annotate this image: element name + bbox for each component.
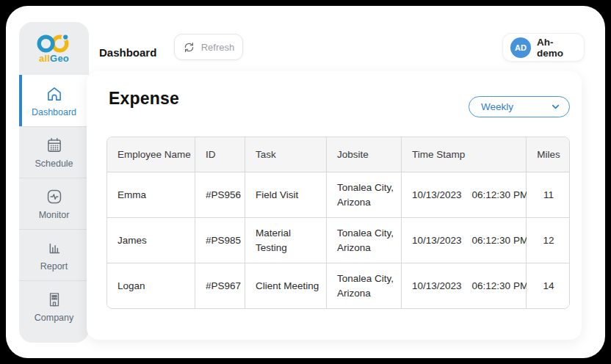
expense-title: Expense bbox=[109, 89, 179, 109]
cell-time: 06:12:30 PM bbox=[472, 279, 529, 294]
cell-time-stamp: 10/13/2023 06:12:30 PM bbox=[402, 263, 527, 308]
page-title: Dashboard bbox=[99, 39, 156, 65]
sidebar-item-label: Report bbox=[40, 261, 68, 272]
cell-date: 10/13/2023 bbox=[412, 188, 462, 203]
expense-table: Employee Name ID Task Jobsite Time Stamp… bbox=[106, 136, 570, 309]
column-header-jobsite: Jobsite bbox=[327, 137, 402, 172]
cell-task: Client Meeting bbox=[245, 263, 327, 308]
column-header-time-stamp: Time Stamp bbox=[402, 137, 527, 172]
expense-card: Expense Weekly Employee Name ID Task Job… bbox=[87, 71, 582, 340]
building-icon bbox=[45, 290, 64, 309]
cell-employee-name: Logan bbox=[107, 263, 195, 308]
cell-id: #PS985 bbox=[195, 217, 245, 263]
cell-employee-name: James bbox=[107, 217, 195, 263]
cell-task: Material Testing bbox=[245, 217, 327, 263]
allgeo-rings-icon bbox=[34, 34, 75, 54]
cell-employee-name: Emma bbox=[107, 172, 195, 217]
cell-miles: 11 bbox=[527, 172, 570, 217]
cell-time: 06:12:30 PM bbox=[472, 188, 529, 203]
cell-id: #PS956 bbox=[195, 172, 245, 217]
sidebar: allGeo Dashboard bbox=[19, 22, 89, 343]
logo-text-geo: Geo bbox=[50, 53, 69, 64]
cell-time-stamp: 10/13/2023 06:12:30 PM bbox=[402, 172, 527, 217]
logo-wordmark: allGeo bbox=[39, 53, 69, 64]
allgeo-logo: allGeo bbox=[19, 22, 89, 75]
sidebar-item-monitor[interactable]: Monitor bbox=[19, 178, 89, 229]
cell-time: 06:12:30 PM bbox=[472, 233, 529, 248]
sidebar-item-report[interactable]: Report bbox=[19, 229, 89, 280]
logo-text-all: all bbox=[39, 53, 50, 64]
cell-date: 10/13/2023 bbox=[412, 279, 462, 294]
refresh-icon bbox=[183, 41, 195, 54]
sidebar-item-schedule[interactable]: Schedule bbox=[19, 126, 89, 178]
sidebar-item-label: Dashboard bbox=[32, 107, 76, 117]
cell-task: Field Visit bbox=[245, 172, 327, 217]
cell-date: 10/13/2023 bbox=[412, 233, 462, 248]
column-header-id: ID bbox=[195, 137, 245, 172]
sidebar-item-dashboard[interactable]: Dashboard bbox=[19, 75, 89, 126]
refresh-label: Refresh bbox=[201, 42, 235, 53]
column-header-task: Task bbox=[245, 137, 327, 172]
sidebar-item-label: Schedule bbox=[35, 159, 73, 169]
column-header-employee-name: Employee Name bbox=[107, 137, 195, 172]
sidebar-item-label: Company bbox=[35, 313, 74, 323]
period-dropdown[interactable]: Weekly bbox=[469, 96, 570, 117]
column-header-miles: Miles bbox=[527, 137, 570, 172]
app-window: allGeo Dashboard bbox=[6, 6, 605, 358]
cell-id: #PS967 bbox=[195, 263, 245, 308]
cell-miles: 14 bbox=[527, 263, 570, 308]
user-menu[interactable]: AD Ah-demo bbox=[502, 33, 585, 62]
user-name: Ah-demo bbox=[537, 37, 576, 59]
cell-miles: 12 bbox=[527, 217, 570, 263]
cell-jobsite: Tonalea City, Arizona bbox=[327, 172, 402, 217]
calendar-icon bbox=[45, 136, 64, 155]
cell-jobsite: Tonalea City, Arizona bbox=[327, 263, 402, 308]
monitor-pulse-icon bbox=[45, 187, 64, 206]
sidebar-item-label: Monitor bbox=[39, 210, 70, 220]
avatar: AD bbox=[510, 37, 531, 58]
bar-chart-icon bbox=[45, 239, 64, 258]
chevron-down-icon bbox=[550, 101, 561, 112]
refresh-button[interactable]: Refresh bbox=[174, 34, 243, 60]
home-icon bbox=[45, 84, 64, 103]
cell-jobsite: Tonalea City, Arizona bbox=[327, 217, 402, 263]
period-dropdown-value: Weekly bbox=[481, 101, 513, 112]
sidebar-item-company[interactable]: Company bbox=[19, 280, 89, 332]
cell-time-stamp: 10/13/2023 06:12:30 PM bbox=[402, 217, 527, 263]
